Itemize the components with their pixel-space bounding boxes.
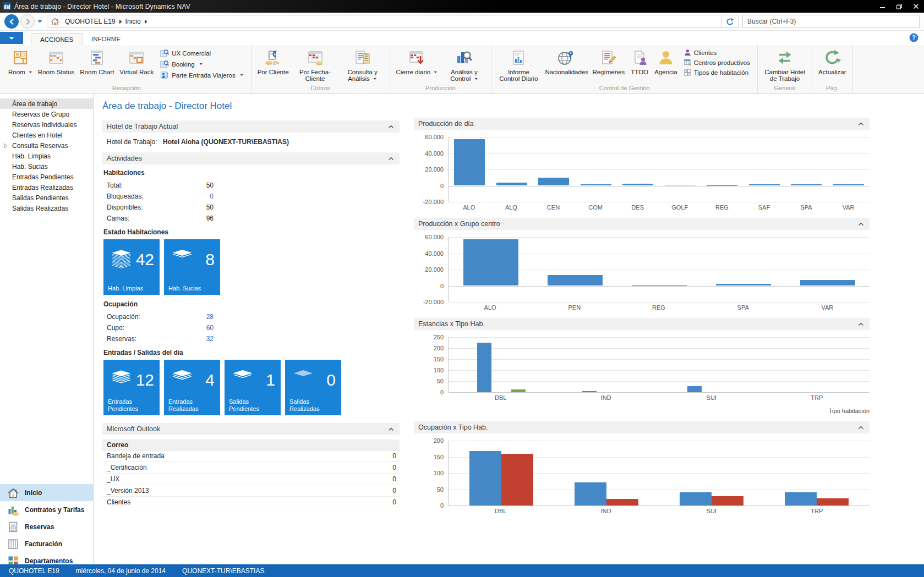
- cue-tile[interactable]: 1 Salidas Pendientes: [225, 360, 281, 415]
- cue-tile[interactable]: 0 Salidas Realizadas: [285, 360, 341, 415]
- search-input[interactable]: [743, 15, 919, 28]
- field-value[interactable]: 0: [210, 193, 214, 200]
- ribbon-button[interactable]: Consulta y Análisis: [339, 48, 386, 83]
- cue-tile[interactable]: 12 Entradas Pendientes: [103, 360, 160, 415]
- sidebar-item[interactable]: Consulta Reservas: [0, 140, 93, 151]
- sidebar-item[interactable]: Hab. Limpias: [0, 151, 93, 161]
- breadcrumb-item[interactable]: Inicio: [125, 18, 141, 25]
- outlook-folder-row[interactable]: Clientes 0: [102, 497, 400, 508]
- sidebar-item[interactable]: Entradas Pendientes: [0, 172, 93, 182]
- minimize-button[interactable]: [874, 0, 891, 13]
- collapse-section-button[interactable]: [858, 322, 864, 326]
- outlook-folder-row[interactable]: _UX 0: [102, 474, 400, 485]
- chart-bar[interactable]: [833, 184, 864, 186]
- ribbon-button[interactable]: Nacionalidades: [542, 48, 589, 76]
- ribbon-button[interactable]: Por Fecha- Cliente: [292, 48, 339, 83]
- help-icon[interactable]: ?: [909, 33, 918, 42]
- chart-bar[interactable]: [791, 184, 822, 185]
- ribbon-button[interactable]: Room Status: [35, 48, 77, 76]
- chart-bar[interactable]: [606, 499, 638, 505]
- breadcrumb-separator[interactable]: [144, 19, 147, 24]
- chart-bar[interactable]: [800, 280, 855, 285]
- chart-bar[interactable]: [680, 492, 712, 505]
- ribbon-button[interactable]: Actualizar: [816, 48, 849, 76]
- sidebar-item[interactable]: Salidas Pendientes: [0, 193, 93, 203]
- ribbon-button[interactable]: Tipos de habitación: [682, 68, 752, 76]
- outlook-folder-row[interactable]: Bandeja de entrada 0: [102, 450, 400, 462]
- chart-bar[interactable]: [581, 184, 611, 186]
- chart-bar[interactable]: [622, 184, 653, 186]
- chart-bar[interactable]: [463, 239, 518, 285]
- collapse-section-button[interactable]: [858, 426, 864, 430]
- chart-bar[interactable]: [582, 391, 597, 392]
- ribbon-button[interactable]: Informe Control Diario: [495, 48, 542, 83]
- close-button[interactable]: [907, 0, 924, 13]
- ribbon-button[interactable]: UX Comercial: [158, 48, 245, 58]
- refresh-button[interactable]: [721, 15, 739, 28]
- ribbon-button[interactable]: Análisis y Control: [440, 48, 488, 83]
- chart-bar[interactable]: [665, 185, 696, 186]
- field-value[interactable]: 32: [206, 335, 214, 343]
- chart-bar[interactable]: [785, 492, 817, 505]
- chart-bar[interactable]: [687, 386, 702, 392]
- collapse-section-button[interactable]: [858, 222, 864, 226]
- history-dropdown-button[interactable]: [37, 20, 42, 23]
- sidebar-item[interactable]: Reservas de Grupo: [0, 109, 93, 119]
- chart-bar[interactable]: [454, 139, 485, 185]
- back-button[interactable]: [4, 14, 19, 29]
- sidebar-item[interactable]: Salidas Realizadas: [0, 203, 93, 213]
- nav-button-facturaci-n[interactable]: Facturación: [0, 535, 93, 552]
- ribbon-button[interactable]: Agencia: [652, 48, 680, 76]
- sidebar-item[interactable]: Reservas Individuales: [0, 119, 93, 130]
- chart-bar[interactable]: [817, 498, 849, 505]
- ribbon-button[interactable]: Cambiar Hotel de Trabajo: [761, 48, 808, 83]
- breadcrumb-separator[interactable]: [119, 19, 122, 24]
- cue-tile[interactable]: 8 Hab. Sucias: [164, 239, 220, 295]
- chart-bar[interactable]: [707, 185, 737, 186]
- breadcrumb-item[interactable]: QUOHOTEL E19: [65, 18, 116, 25]
- chart-bar[interactable]: [632, 285, 687, 286]
- outlook-folder-row[interactable]: _Certificación 0: [102, 462, 400, 474]
- collapse-section-button[interactable]: [388, 427, 394, 431]
- ribbon-button[interactable]: Cierre diario: [393, 48, 441, 76]
- nav-button-reservas[interactable]: Reservas: [0, 518, 93, 535]
- ribbon-button[interactable]: Regímenes: [589, 48, 627, 76]
- chart-bar[interactable]: [469, 451, 501, 505]
- sidebar-item[interactable]: Entradas Realizadas: [0, 182, 93, 193]
- field-value[interactable]: 28: [206, 313, 214, 321]
- forward-button[interactable]: [20, 14, 35, 29]
- chart-bar[interactable]: [477, 343, 491, 392]
- outlook-folder-row[interactable]: _Versión 2013 0: [102, 485, 400, 497]
- collapse-section-button[interactable]: [858, 122, 864, 126]
- ribbon-tab-acciones[interactable]: ACCIONES: [31, 33, 83, 45]
- chart-bar[interactable]: [501, 454, 533, 505]
- chart-bar[interactable]: [716, 284, 771, 285]
- chart-bar[interactable]: [511, 389, 526, 392]
- sidebar-item[interactable]: Clientes en Hotel: [0, 130, 93, 140]
- chart-bar[interactable]: [575, 482, 606, 505]
- ribbon-tab-informe[interactable]: INFORME: [83, 33, 129, 45]
- sidebar-item[interactable]: Hab. Sucias: [0, 161, 93, 172]
- ribbon-button[interactable]: Room: [6, 48, 35, 76]
- collapse-section-button[interactable]: [388, 125, 394, 129]
- ribbon-button[interactable]: Clientes: [682, 48, 752, 57]
- chart-bar[interactable]: [496, 183, 527, 185]
- cue-tile[interactable]: 4 Entradas Realizadas: [164, 360, 220, 415]
- app-menu-button[interactable]: [0, 32, 23, 44]
- nav-button-inicio[interactable]: Inicio: [0, 484, 93, 501]
- ribbon-button[interactable]: Parte Entrada Viajeros: [158, 70, 245, 80]
- ribbon-button[interactable]: Booking: [158, 59, 245, 69]
- cue-tile[interactable]: 42 Hab. Limpias: [103, 239, 160, 295]
- field-value[interactable]: 60: [206, 324, 214, 332]
- chart-bar[interactable]: [712, 496, 743, 505]
- collapse-section-button[interactable]: [388, 157, 394, 161]
- ribbon-button[interactable]: Room Chart: [77, 48, 117, 76]
- ribbon-button[interactable]: Virtual Rack: [117, 48, 156, 76]
- chart-bar[interactable]: [548, 275, 603, 286]
- ribbon-button[interactable]: Centros productivos: [682, 58, 752, 67]
- chart-bar[interactable]: [538, 178, 569, 185]
- ribbon-button[interactable]: Por Cliente: [255, 48, 292, 76]
- chart-bar[interactable]: [749, 184, 780, 186]
- nav-button-contratos-y-tarifas[interactable]: Contratos y Tarifas: [0, 501, 93, 518]
- ribbon-button[interactable]: TTOO: [627, 48, 652, 76]
